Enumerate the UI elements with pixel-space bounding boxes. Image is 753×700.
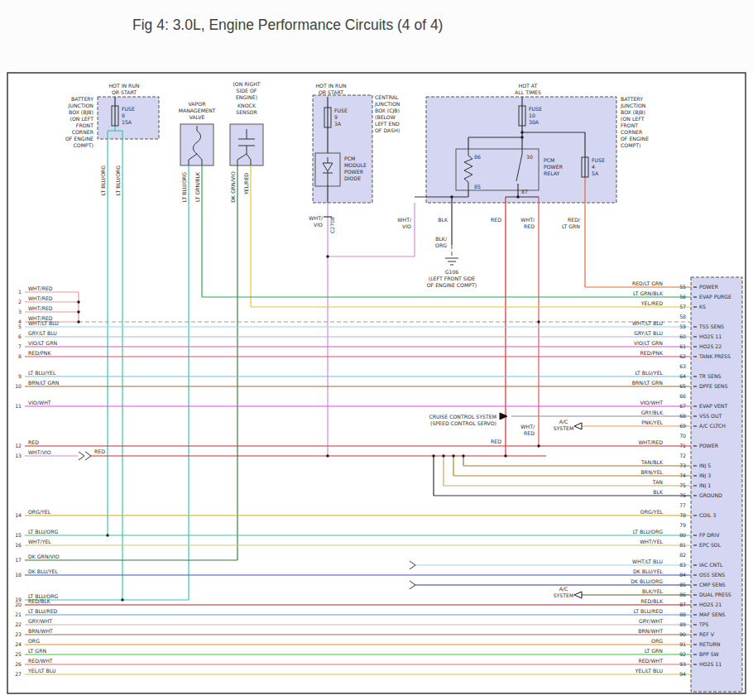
pcm-pin-function: REF V	[699, 631, 715, 637]
pcm-pin-function: FP DRIV	[699, 532, 720, 538]
diagram-label: DK GRN/VIO	[230, 171, 236, 203]
wire-color-label: DK BLU/YEL	[633, 568, 663, 574]
left-pin-number: 27	[15, 671, 22, 677]
wire-color-label: GRY/LT BLU	[634, 330, 663, 336]
pcm-pin-function: GROUND	[699, 492, 722, 498]
diagram-label: BLK/	[435, 236, 448, 242]
pcm-pin-function: HO2S 11	[699, 661, 722, 667]
wire-color-label: WHT/LT BLU	[632, 320, 663, 326]
diagram-label: FUSE	[334, 108, 348, 113]
diagram-label: RED/	[568, 217, 581, 223]
left-pin-number: 10	[15, 383, 22, 389]
wire-color-label: YEL/LT BLU	[27, 668, 55, 674]
junction-dot	[516, 195, 519, 198]
wire-color-label: GRY/BLK	[641, 410, 664, 415]
wire-color-label: VIO/LT GRN	[634, 340, 663, 346]
pcm-pin-function: CMP SENS	[699, 582, 726, 587]
pcm-pin-number: 58	[679, 314, 686, 319]
diagram-label: LT GRN/BLK	[194, 171, 200, 202]
wire-color-label: WHT/VIO	[28, 449, 51, 455]
junction-dot	[462, 454, 464, 457]
junction-dot	[326, 255, 329, 257]
wire-color-label: BLK/YEL	[642, 588, 664, 594]
diagram-label: COMPT)	[621, 142, 640, 148]
wire-color-label: WHT/RED	[28, 295, 53, 301]
pcm-pin-number: 64	[679, 373, 686, 379]
left-pin-number: 22	[15, 621, 22, 627]
junction-dot	[504, 454, 506, 457]
diagram-label: (ON RIGHT	[233, 81, 260, 87]
diagram-label: FRONT	[76, 122, 94, 128]
diagram-label: OF ENGINE	[65, 136, 94, 141]
diagram-label: 9	[334, 114, 338, 120]
pcm-pin-number: 55	[679, 284, 686, 290]
diagram-label: (ON LEFT	[70, 116, 94, 122]
pcm-pin-number: 83	[679, 562, 686, 568]
pcm-pin-number: 61	[679, 343, 686, 349]
pcm-pin-number: 68	[679, 413, 686, 419]
diagram-label: (LEFT FRONT SIDE	[429, 276, 476, 281]
pcm-pin-number: 62	[679, 353, 686, 359]
left-pin-number: 11	[15, 403, 22, 409]
pcm-pin-function: A/C CLTCH	[699, 423, 726, 429]
left-pin-number: 8	[18, 353, 22, 359]
wire-color-label: DK BLU/ORG	[631, 578, 663, 584]
pcm-pin-function: HO2S 11	[699, 333, 722, 339]
left-pin-number: 12	[15, 443, 22, 448]
pcm-pin-number: 88	[679, 611, 686, 617]
wire-color-label: BRN/LT GRN	[632, 380, 664, 386]
diagram-label: OR START	[112, 89, 137, 95]
diagram-label: ENGINE)	[236, 94, 257, 100]
diagram-label: HOT IN RUN	[108, 83, 140, 89]
diagram-label: CENTRAL	[375, 94, 399, 100]
wire-color-label: GRY/LT BLU	[28, 330, 57, 336]
diagram-label: LT GRN	[562, 223, 580, 229]
diagram-label: BOX (BJB)	[69, 109, 94, 116]
diagram-label: DIODE	[344, 175, 361, 181]
pcm-pin-number: 66	[679, 393, 686, 399]
diagram-label: A/C	[559, 586, 568, 592]
diagram-label: COMPT)	[74, 142, 94, 148]
pcm-pin-function: BPP SW	[699, 651, 719, 657]
wire-color-label: RED	[28, 439, 39, 445]
pcm-pin-number: 78	[679, 512, 686, 518]
diagram-label: YEL/RED	[243, 173, 249, 195]
pcm-pin-number: 91	[679, 641, 686, 647]
diagram-label: RED	[524, 223, 535, 229]
left-pin-number: 15	[15, 532, 22, 538]
left-pin-number: 14	[15, 512, 22, 518]
left-pin-number: 1	[18, 289, 22, 295]
diagram-label: CRUISE CONTROL SYSTEM	[429, 414, 496, 420]
wire-color-label: BLK	[653, 489, 664, 495]
wire-color-label: ORG/YEL	[28, 509, 51, 515]
diagram-label: ORG	[435, 242, 447, 248]
left-pin-number: 25	[15, 651, 22, 657]
left-pin-number: 24	[15, 641, 22, 647]
junction-dot	[520, 131, 523, 133]
diagram-label: C2708	[329, 217, 335, 233]
diagram-label: 3A	[334, 121, 342, 127]
diagram-label: FRONT	[621, 122, 638, 128]
pcm-pin-number: 60	[679, 333, 686, 339]
left-pin-number: 16	[15, 542, 22, 548]
pcm-pin-number: 87	[679, 602, 686, 607]
wire-color-label: BRN/WHT	[28, 628, 53, 634]
diagram-label: 30A	[529, 119, 540, 125]
wire-color-label: WHT/YEL	[28, 539, 51, 544]
diagram-label: G106	[445, 269, 459, 275]
pcm-pin-function: RETURN	[699, 641, 721, 647]
pcm-pin-function: EVAP VENT	[699, 403, 727, 409]
diagram-label: VIO	[314, 222, 323, 228]
diagram-label: SENSOR	[236, 109, 257, 115]
wiring-diagram-canvas: 1WHT/RED2WHT/RED3WHT/RED4WHT/RED13WHT/VI…	[0, 0, 753, 700]
pcm-pin-number: 74	[679, 472, 686, 478]
pcm-pin-function: OSS SENS	[699, 572, 725, 578]
junction-dot	[77, 300, 79, 303]
diagram-label: HOT IN RUN	[315, 83, 347, 89]
pcm-pin-function: TPS	[698, 621, 709, 627]
pcm-pin-number: 56	[679, 294, 686, 300]
wire-color-label: LT BLU/ORG	[633, 529, 664, 535]
diagram-label: SYSTEM	[554, 425, 574, 431]
left-pin-number: 6	[18, 333, 22, 339]
pcm-pin-number: 90	[679, 631, 686, 637]
